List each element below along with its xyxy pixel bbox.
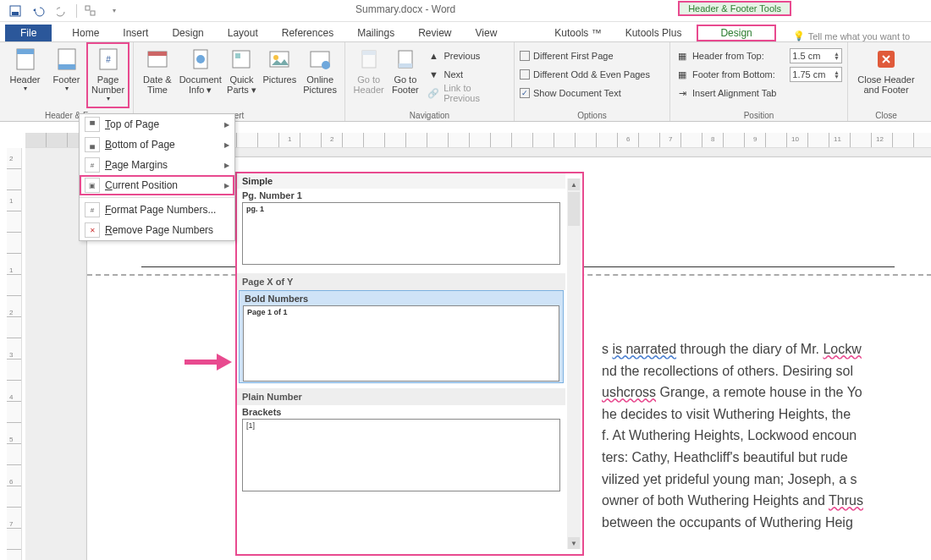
- menu-bottom-of-page[interactable]: ▄Bottom of Page▶: [80, 135, 234, 155]
- goto-footer-button[interactable]: Go toFooter: [387, 44, 423, 107]
- gallery-item-brackets-label: Brackets: [237, 405, 565, 419]
- menu-top-of-page[interactable]: ▀Top of Page▶: [80, 114, 234, 135]
- header-top-label: Header from Top:: [692, 51, 786, 61]
- checkbox-icon: [520, 51, 530, 61]
- current-position-gallery: ▲ ▼ Simple Pg. Number 1 pg. 1 Page X of …: [235, 172, 584, 556]
- submenu-arrow-icon: ▶: [224, 121, 229, 129]
- menu-format-page-numbers[interactable]: #Format Page Numbers...: [80, 200, 234, 220]
- undo-icon[interactable]: [27, 2, 51, 20]
- gallery-section-plain: Plain Number: [237, 388, 565, 405]
- footer-bottom-spinner[interactable]: 1.75 cm▲▼: [790, 67, 842, 82]
- svg-point-19: [322, 61, 330, 69]
- align-tab-icon: ⇥: [675, 86, 689, 100]
- save-icon[interactable]: [3, 2, 27, 20]
- format-icon: #: [85, 202, 100, 217]
- tab-kutools[interactable]: Kutools ™: [543, 25, 613, 41]
- goto-header-button: Go toHeader: [350, 44, 387, 107]
- tab-layout[interactable]: Layout: [216, 25, 270, 41]
- current-position-icon: ▣: [85, 178, 100, 193]
- document-info-button[interactable]: DocumentInfo ▾: [178, 44, 223, 107]
- contextual-tab-label: Header & Footer Tools: [678, 1, 791, 16]
- document-body-text: s is narrated through the diary of Mr. L…: [602, 338, 931, 533]
- gallery-item-pgnum1-label: Pg. Number 1: [237, 189, 565, 202]
- page-margins-icon: #: [85, 157, 100, 173]
- tab-kutools-plus[interactable]: Kutools Plus: [614, 25, 694, 41]
- gallery-item-pgnum1[interactable]: pg. 1: [242, 202, 560, 265]
- footer-bottom-label: Footer from Bottom:: [692, 69, 786, 80]
- redo-icon[interactable]: [51, 2, 74, 20]
- pictures-button[interactable]: Pictures: [260, 44, 299, 107]
- svg-point-13: [196, 55, 205, 63]
- insert-align-tab[interactable]: ⇥Insert Alignment Tab: [675, 85, 842, 102]
- footer-button[interactable]: Footer▾: [47, 44, 86, 107]
- close-header-footer-button[interactable]: Close Headerand Footer: [853, 44, 919, 107]
- tab-home[interactable]: Home: [60, 25, 111, 41]
- tab-review[interactable]: Review: [406, 25, 463, 41]
- group-position-label: Position: [670, 111, 847, 120]
- gallery-section-simple: Simple: [237, 173, 565, 189]
- svg-text:#: #: [106, 55, 111, 64]
- svg-rect-5: [17, 49, 34, 54]
- scroll-down-icon[interactable]: ▼: [568, 537, 580, 549]
- svg-rect-7: [58, 64, 75, 69]
- gallery-section-pagexofy: Page X of Y: [237, 273, 565, 290]
- ribbon: Header▾ Footer▾ #Page Number ▾ Header & …: [0, 42, 931, 122]
- svg-point-17: [273, 55, 278, 60]
- group-options-label: Options: [515, 111, 669, 120]
- quick-parts-button[interactable]: QuickParts ▾: [225, 44, 259, 107]
- checkbox-icon: [520, 69, 530, 80]
- gallery-item-bold-numbers[interactable]: Bold Numbers Page 1 of 1: [239, 290, 564, 383]
- svg-rect-1: [12, 12, 19, 15]
- vertical-ruler[interactable]: 2 1 1 2 3 4 5 6 7: [7, 148, 22, 560]
- scroll-thumb[interactable]: [568, 192, 580, 226]
- nav-next[interactable]: ▼Next: [427, 66, 509, 83]
- svg-rect-23: [399, 63, 412, 68]
- submenu-arrow-icon: ▶: [224, 141, 229, 149]
- footer-bottom-icon: ▦: [675, 68, 689, 81]
- opt-diff-first[interactable]: Different First Page: [520, 47, 664, 64]
- checkbox-checked-icon: ✓: [520, 88, 530, 98]
- nav-link-previous: 🔗Link to Previous: [427, 85, 509, 102]
- tab-hf-design[interactable]: Design: [697, 25, 775, 41]
- qat-customize-icon[interactable]: ▾: [102, 2, 126, 20]
- next-icon: ▼: [427, 68, 440, 81]
- qat-extra-icon[interactable]: [79, 2, 102, 20]
- remove-icon: ✕: [85, 222, 100, 238]
- gallery-item-brackets[interactable]: [1]: [242, 419, 560, 491]
- tab-design[interactable]: Design: [160, 25, 215, 41]
- page-bottom-icon: ▄: [85, 137, 100, 152]
- quick-access-toolbar: ▾ Summary.docx - Word Header & Footer To…: [0, 0, 931, 22]
- tab-mailings[interactable]: Mailings: [345, 25, 406, 41]
- menu-current-position[interactable]: ▣Current Position▶: [80, 175, 234, 195]
- page-number-menu: ▀Top of Page▶ ▄Bottom of Page▶ #Page Mar…: [79, 113, 235, 241]
- opt-diff-odd-even[interactable]: Different Odd & Even Pages: [520, 66, 664, 83]
- page-number-button[interactable]: #Page Number ▾: [88, 44, 128, 107]
- tab-insert[interactable]: Insert: [111, 25, 160, 41]
- document-title: Summary.docx - Word: [355, 3, 455, 15]
- nav-previous[interactable]: ▲Previous: [427, 47, 509, 64]
- submenu-arrow-icon: ▶: [224, 182, 229, 189]
- group-navigation-label: Navigation: [345, 111, 514, 120]
- lightbulb-icon: 💡: [793, 30, 805, 41]
- link-icon: 🔗: [427, 86, 440, 100]
- tell-me[interactable]: 💡Tell me what you want to: [793, 30, 910, 41]
- opt-show-doc[interactable]: ✓Show Document Text: [520, 85, 664, 102]
- menu-remove-page-numbers[interactable]: ✕Remove Page Numbers: [80, 220, 234, 240]
- scroll-up-icon[interactable]: ▲: [568, 178, 580, 190]
- header-top-spinner[interactable]: 1.5 cm▲▼: [790, 48, 842, 63]
- svg-rect-15: [235, 53, 240, 58]
- previous-icon: ▲: [427, 49, 440, 63]
- header-button[interactable]: Header▾: [5, 44, 45, 107]
- tab-file[interactable]: File: [5, 25, 52, 41]
- page-top-icon: ▀: [85, 117, 100, 132]
- online-pictures-button[interactable]: OnlinePictures: [300, 44, 339, 107]
- svg-rect-11: [148, 52, 167, 56]
- tab-references[interactable]: References: [270, 25, 345, 41]
- date-time-button[interactable]: Date &Time: [139, 44, 176, 107]
- svg-rect-2: [85, 6, 90, 10]
- tab-strip: File Home Insert Design Layout Reference…: [0, 22, 931, 42]
- tab-view[interactable]: View: [464, 25, 510, 41]
- gallery-item-bold-label: Bold Numbers: [240, 292, 563, 305]
- gallery-scrollbar[interactable]: ▲ ▼: [567, 178, 581, 549]
- menu-page-margins[interactable]: #Page Margins▶: [80, 155, 234, 175]
